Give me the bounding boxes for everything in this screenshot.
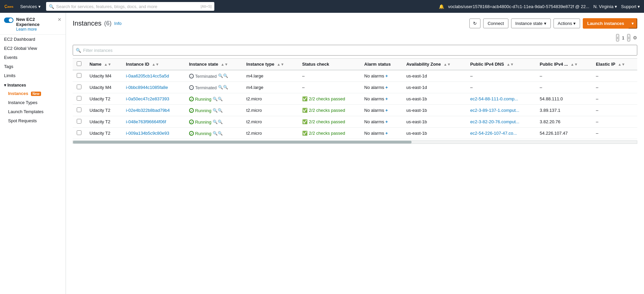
sidebar-item-ec2-dashboard[interactable]: EC2 Dashboard (0, 35, 66, 44)
cell-instance-id[interactable]: i-048e763f96664f06f (122, 116, 185, 128)
ipv4-dns-link[interactable]: ec2-3-89-137-1.comput... (470, 108, 519, 113)
learn-more-link[interactable]: Learn more (16, 27, 58, 32)
connect-button[interactable]: Connect (483, 19, 508, 28)
cell-az: us-east-1b (402, 105, 466, 116)
next-page-btn[interactable]: › (627, 34, 630, 41)
cell-instance-id[interactable]: i-009a134b5c9c80e93 (122, 128, 185, 139)
row-checkbox-3[interactable] (77, 107, 81, 112)
state-search-icon[interactable]: 🔍🔍 (213, 108, 223, 113)
cell-instance-id[interactable]: i-0aa6205cb14cc5a5d (122, 70, 185, 82)
new-experience-toggle-switch[interactable] (4, 18, 13, 23)
add-alarm-icon[interactable]: + (385, 85, 388, 90)
state-search-icon[interactable]: 🔍🔍 (218, 85, 228, 90)
user-account[interactable]: voclabs/user1578168=acb4800c-d7c1-11ea-9… (448, 4, 589, 9)
services-menu-btn[interactable]: Services ▾ (17, 3, 43, 10)
instance-id-link[interactable]: i-0bbc8944c1085fa8e (126, 85, 168, 90)
add-alarm-icon[interactable]: + (385, 73, 388, 78)
sidebar-item-limits[interactable]: Limits (0, 71, 66, 80)
cell-elastic-ip: – (592, 105, 637, 116)
row-checkbox-1[interactable] (77, 85, 81, 89)
cell-ipv4-dns: ec2-54-88-111-0.comp... (466, 93, 536, 105)
sidebar-item-instances[interactable]: Instances New (4, 89, 66, 98)
cell-name: Udacity T2 (85, 116, 122, 128)
instance-id-link[interactable]: i-0aa6205cb14cc5a5d (126, 73, 169, 78)
select-all-checkbox[interactable] (77, 61, 81, 66)
cell-instance-type: t2.micro (242, 105, 298, 116)
notification-icon[interactable]: 🔔 (439, 4, 444, 9)
cell-instance-type: t2.micro (242, 128, 298, 139)
col-instance-state: Instance state ▲▼ (185, 59, 242, 70)
add-alarm-icon[interactable]: + (385, 131, 388, 136)
launch-instances-button[interactable]: Launch instances (583, 18, 629, 29)
region-selector[interactable]: N. Virginia ▾ (593, 4, 617, 9)
cell-elastic-ip: – (592, 116, 637, 128)
page-header: Instances (6) Info ↻ Connect Instance st… (73, 18, 637, 29)
prev-page-btn[interactable]: ‹ (616, 34, 619, 41)
col-elastic-ip: Elastic IP ▲▼ (592, 59, 637, 70)
state-search-icon[interactable]: 🔍🔍 (213, 120, 223, 124)
info-link[interactable]: Info (114, 21, 122, 26)
table-settings-icon[interactable]: ⚙ (633, 35, 637, 40)
state-terminated: – Terminated (189, 74, 217, 79)
global-search-bar[interactable]: 🔍 Search for services, features, blogs, … (46, 2, 214, 11)
state-search-icon[interactable]: 🔍🔍 (213, 131, 223, 136)
sidebar-section-instances[interactable]: ▾ Instances (0, 80, 66, 89)
ipv4-dns-link[interactable]: ec2-54-88-111-0.comp... (470, 96, 518, 101)
cell-ipv4-dns: ec2-54-226-107-47.co... (466, 128, 536, 139)
sidebar-item-ec2-global-view[interactable]: EC2 Global View (0, 44, 66, 53)
sidebar-item-spot-requests[interactable]: Spot Requests (4, 116, 66, 125)
add-alarm-icon[interactable]: + (385, 96, 388, 101)
row-checkbox-2[interactable] (77, 96, 81, 101)
cell-name: Udacity T2 (85, 93, 122, 105)
row-checkbox-4[interactable] (77, 119, 81, 124)
cell-instance-id[interactable]: i-0a50ec47c2e837393 (122, 93, 185, 105)
main-content: Instances (6) Info ↻ Connect Instance st… (66, 13, 644, 294)
ipv4-dns-link[interactable]: ec2-54-226-107-47.co... (470, 131, 517, 136)
cell-ipv4: – (536, 82, 592, 93)
horizontal-scrollbar[interactable] (73, 140, 637, 144)
sidebar-item-events[interactable]: Events (0, 53, 66, 62)
close-new-exp-btn[interactable]: ✕ (58, 17, 62, 22)
cell-status-check: ✅ 2/2 checks passed (298, 128, 360, 139)
cell-instance-type: t2.micro (242, 116, 298, 128)
instance-id-link[interactable]: i-048e763f96664f06f (126, 119, 166, 124)
pagination-top: ‹ 1 › ⚙ (73, 33, 637, 43)
sidebar-item-launch-templates[interactable]: Launch Templates (4, 107, 66, 116)
select-all-col (73, 59, 85, 70)
sidebar-item-tags[interactable]: Tags (0, 62, 66, 71)
col-instance-type: Instance type ▲▼ (242, 59, 298, 70)
support-menu[interactable]: Support ▾ (621, 4, 640, 9)
state-search-icon[interactable]: 🔍🔍 (218, 73, 228, 78)
instance-id-link[interactable]: i-009a134b5c9c80e93 (126, 131, 169, 136)
refresh-button[interactable]: ↻ (469, 19, 480, 28)
row-checkbox-5[interactable] (77, 130, 81, 135)
instance-id-link[interactable]: i-0a50ec47c2e837393 (126, 96, 169, 101)
cell-alarm-status: No alarms + (360, 128, 402, 139)
add-alarm-icon[interactable]: + (385, 108, 388, 113)
state-running: ✓ Running (189, 120, 211, 125)
state-search-icon[interactable]: 🔍🔍 (213, 97, 223, 101)
filter-input[interactable] (83, 48, 634, 53)
search-icon: 🔍 (49, 4, 54, 9)
actions-button[interactable]: Actions ▾ (553, 19, 580, 28)
cell-instance-type: t2.micro (242, 93, 298, 105)
cell-instance-id[interactable]: i-0bbc8944c1085fa8e (122, 82, 185, 93)
instance-state-button[interactable]: Instance state ▾ (511, 19, 551, 28)
cell-instance-state: – Terminated 🔍🔍 (185, 82, 242, 93)
running-icon: ✓ (189, 120, 194, 124)
cell-name: Udacity M4 (85, 82, 122, 93)
sidebar-item-instance-types[interactable]: Instance Types (4, 98, 66, 107)
running-icon: ✓ (189, 131, 194, 136)
instances-table-wrapper: Name ▲▼ Instance ID ▲▼ Instance state ▲▼… (73, 58, 637, 144)
row-checkbox-0[interactable] (77, 73, 81, 78)
add-alarm-icon[interactable]: + (385, 119, 388, 124)
app-layout: New EC2 Experience Learn more ✕ EC2 Dash… (0, 13, 644, 294)
ipv4-dns-link[interactable]: ec2-3-82-20-76.comput... (470, 119, 519, 124)
status-check-passed: ✅ 2/2 checks passed (302, 119, 345, 124)
cell-instance-id[interactable]: i-02e4b322b8bad79b4 (122, 105, 185, 116)
instance-id-link[interactable]: i-02e4b322b8bad79b4 (126, 108, 170, 113)
launch-instances-dropdown-btn[interactable]: ▾ (628, 18, 637, 29)
chevron-down-icon: ▾ (544, 21, 546, 26)
col-status-check: Status check (298, 59, 360, 70)
check-icon: ✅ (302, 131, 308, 136)
